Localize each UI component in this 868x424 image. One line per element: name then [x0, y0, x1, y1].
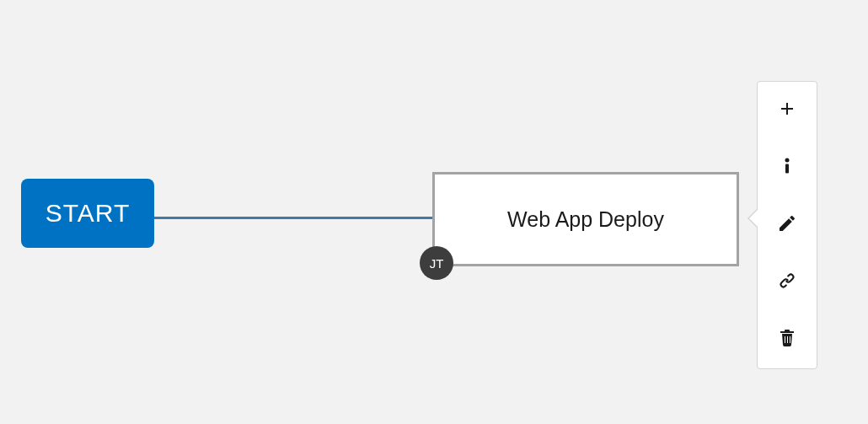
info-button[interactable] — [770, 151, 804, 185]
delete-button[interactable] — [770, 323, 804, 357]
plus-icon — [777, 99, 797, 122]
trash-icon — [777, 328, 797, 352]
add-button[interactable] — [770, 94, 804, 127]
task-node[interactable]: Web App Deploy — [432, 172, 739, 266]
link-icon — [777, 271, 797, 294]
type-badge-text: JT — [430, 256, 444, 271]
pencil-icon — [777, 213, 797, 237]
info-icon — [777, 156, 797, 180]
svg-point-0 — [785, 158, 790, 163]
start-node[interactable]: START — [21, 179, 154, 248]
node-type-badge: JT — [420, 246, 453, 280]
svg-rect-1 — [785, 164, 789, 174]
connector-line — [154, 217, 432, 219]
edit-button[interactable] — [770, 208, 804, 242]
link-button[interactable] — [770, 266, 804, 299]
node-toolbar — [757, 81, 817, 369]
start-label: START — [46, 199, 131, 228]
task-title: Web App Deploy — [507, 207, 664, 232]
workflow-canvas: START Web App Deploy JT — [0, 0, 868, 424]
